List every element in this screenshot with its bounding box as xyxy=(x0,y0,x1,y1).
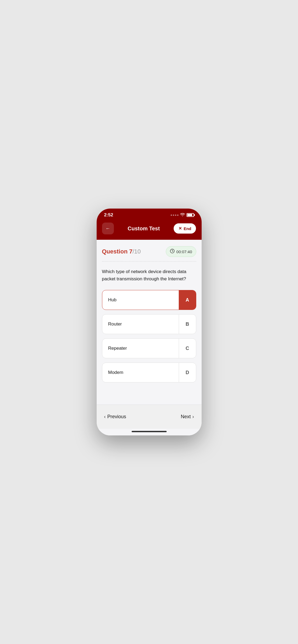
option-d[interactable]: Modem D xyxy=(102,363,196,382)
option-a-text: Hub xyxy=(102,292,122,308)
question-number-container: Question 7/10 xyxy=(102,248,141,255)
option-b-letter: B xyxy=(179,314,196,334)
battery-icon xyxy=(187,213,194,217)
previous-chevron-icon: ‹ xyxy=(104,414,106,420)
signal-dot-4 xyxy=(177,214,178,216)
status-time: 2:52 xyxy=(104,212,113,218)
back-arrow-icon: ← xyxy=(106,226,110,231)
signal-dot-3 xyxy=(175,214,176,216)
battery-fill xyxy=(187,214,192,216)
question-total: /10 xyxy=(132,248,141,255)
timer-badge: 00:07:40 xyxy=(166,246,196,257)
option-d-letter: D xyxy=(179,363,196,382)
bottom-navigation: ‹ Previous Next › xyxy=(97,405,202,429)
question-number: Question 7/10 xyxy=(102,248,141,255)
home-indicator xyxy=(97,429,202,435)
next-label: Next xyxy=(181,414,191,420)
end-x-icon: ✕ xyxy=(178,226,182,231)
status-icons xyxy=(171,213,194,217)
wifi-icon xyxy=(180,213,185,217)
option-c[interactable]: Repeater C xyxy=(102,338,196,358)
option-d-text: Modem xyxy=(102,364,129,381)
signal-dots-icon xyxy=(171,214,178,216)
option-c-text: Repeater xyxy=(102,340,133,356)
option-c-letter: C xyxy=(179,339,196,358)
option-a-letter: A xyxy=(179,290,196,310)
option-b-text: Router xyxy=(102,316,128,332)
timer-label: 00:07:40 xyxy=(176,249,192,254)
content-area: Question 7/10 00:07:40 Which type of net… xyxy=(97,240,202,405)
question-text: Which type of network device directs dat… xyxy=(102,268,196,282)
option-b[interactable]: Router B xyxy=(102,314,196,334)
timer-icon xyxy=(170,249,175,255)
end-label: End xyxy=(184,226,191,231)
previous-label: Previous xyxy=(107,414,126,420)
next-button[interactable]: Next › xyxy=(181,411,194,422)
phone-frame: 2:52 ← Custom Test xyxy=(97,209,202,435)
status-bar: 2:52 xyxy=(97,209,202,220)
header-title: Custom Test xyxy=(128,226,160,232)
question-num: 7 xyxy=(129,248,132,255)
signal-dot-1 xyxy=(171,214,172,216)
home-bar xyxy=(132,431,167,432)
section-divider xyxy=(102,261,196,262)
options-list: Hub A Router B Repeater C Modem D xyxy=(102,290,196,382)
signal-dot-2 xyxy=(173,214,174,216)
next-chevron-icon: › xyxy=(192,414,194,420)
option-a[interactable]: Hub A xyxy=(102,290,196,310)
previous-button[interactable]: ‹ Previous xyxy=(104,411,126,422)
back-button[interactable]: ← xyxy=(102,223,114,234)
question-header: Question 7/10 00:07:40 xyxy=(102,246,196,257)
end-button[interactable]: ✕ End xyxy=(174,223,196,234)
header: ← Custom Test ✕ End xyxy=(97,220,202,240)
question-label: Question 7 xyxy=(102,248,133,255)
